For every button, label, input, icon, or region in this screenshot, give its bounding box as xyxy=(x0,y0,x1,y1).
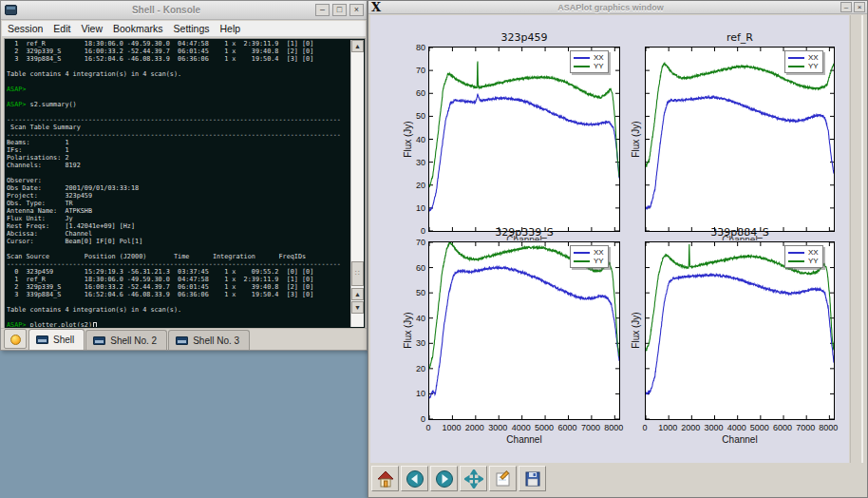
plot-canvas xyxy=(429,48,619,231)
konsole-menubar: SessionEditViewBookmarksSettingsHelp xyxy=(2,21,366,37)
forward-icon xyxy=(435,469,454,488)
close-button[interactable]: × xyxy=(854,2,865,12)
terminal-line: Observer: xyxy=(7,177,349,184)
yaxis-label: Flux (Jy) xyxy=(403,121,413,157)
konsole-app-icon xyxy=(5,5,17,15)
terminal-output[interactable]: 1 ref_R 18:30:06.0 -49.59.30.0 04:47:58 … xyxy=(7,40,349,327)
series-xx xyxy=(429,94,619,211)
legend-entry: YY xyxy=(574,62,604,70)
terminal-line: 3 339p884_S 16:52:04.6 -46.08.33.9 06:36… xyxy=(7,55,349,63)
legend-label: YY xyxy=(808,257,819,265)
legend-line-swatch xyxy=(788,57,804,59)
new-session-button[interactable] xyxy=(4,329,27,349)
series-yy xyxy=(646,64,834,166)
ytick-label: 70 xyxy=(405,238,425,247)
menu-item-bookmarks[interactable]: Bookmarks xyxy=(113,23,163,34)
ytick-label: 30 xyxy=(405,158,425,167)
series-xx xyxy=(646,97,834,209)
ytick-label: 10 xyxy=(405,389,425,398)
menu-item-edit[interactable]: Edit xyxy=(53,23,70,34)
tab-label: Shell xyxy=(53,335,74,345)
new-session-icon xyxy=(10,335,21,345)
terminal-line: Flux Unit: Jy xyxy=(7,215,349,222)
legend-entry: YY xyxy=(574,257,604,265)
legend-entry: XX xyxy=(788,53,819,62)
home-button[interactable] xyxy=(371,466,399,491)
legend-label: XX xyxy=(594,53,604,62)
terminal-line: Beams: 1 xyxy=(7,139,349,146)
save-button[interactable] xyxy=(519,466,546,491)
back-button[interactable] xyxy=(401,466,428,491)
yaxis-label: Flux (Jy) xyxy=(631,121,641,157)
tab-shell-no-2[interactable]: Shell No. 2 xyxy=(85,330,167,350)
scroll-up2-icon[interactable]: ▲ xyxy=(351,288,364,300)
terminal-line: 1 ref_R 18:30:06.0 -49.59.30.0 04:47:58 … xyxy=(7,276,349,283)
xtick-label: 8000 xyxy=(812,423,844,432)
asaplot-window: X ASAPlot graphics window – × 323p459010… xyxy=(368,0,868,498)
scrollbar-thumb[interactable] xyxy=(351,261,364,286)
yaxis-label: Flux (Jy) xyxy=(403,312,413,348)
tab-shell[interactable]: Shell xyxy=(28,329,85,350)
forward-button[interactable] xyxy=(430,466,458,491)
terminal-line xyxy=(7,314,349,321)
terminal-line: Table contains 4 integration(s) in 4 sca… xyxy=(7,70,349,78)
legend: XXYY xyxy=(784,50,823,73)
series-xx xyxy=(429,267,619,399)
menu-item-view[interactable]: View xyxy=(81,23,103,34)
ytick-label: 20 xyxy=(405,364,425,374)
konsole-titlebar[interactable]: Shell - Konsole – □ × xyxy=(1,1,367,20)
scroll-down-icon[interactable]: ▼ xyxy=(351,301,364,314)
menu-item-session[interactable]: Session xyxy=(8,23,43,34)
close-button[interactable]: × xyxy=(349,4,364,16)
terminal-line: Obs Date: 2001/09/01/03:33:18 xyxy=(7,184,349,192)
konsole-window-title: Shell - Konsole xyxy=(17,5,315,15)
terminal-line: Channels: 8192 xyxy=(7,162,349,169)
ytick-label: 70 xyxy=(405,66,425,75)
plot-canvas xyxy=(646,48,834,231)
plot-title: ref_R xyxy=(645,31,835,45)
terminal-line xyxy=(7,245,349,253)
subplots-icon xyxy=(494,469,513,488)
plot-title: 323p459 xyxy=(428,31,620,45)
asaplot-window-title: ASAPlot graphics window xyxy=(381,3,840,12)
x11-app-icon: X xyxy=(371,1,381,13)
terminal-line xyxy=(7,63,349,70)
asaplot-titlebar[interactable]: X ASAPlot graphics window – × xyxy=(368,1,867,14)
legend-line-swatch xyxy=(574,57,590,59)
konsole-tabbar: ShellShell No. 2Shell No. 3 xyxy=(1,328,367,350)
subplots-button[interactable] xyxy=(489,466,517,491)
pan-button[interactable] xyxy=(460,466,487,491)
terminal-tab-icon xyxy=(176,336,188,345)
plot-canvas xyxy=(646,242,834,419)
minimize-button[interactable]: – xyxy=(315,4,330,16)
plot-title: 329p339_S xyxy=(428,226,620,239)
plot-axes-329p339-s xyxy=(428,241,620,420)
minimize-button[interactable]: – xyxy=(840,2,852,12)
scroll-up-icon[interactable]: ▲ xyxy=(351,40,364,52)
terminal-line: 2 329p339_S 16:00:33.2 -52.44.39.7 06:01… xyxy=(7,283,349,291)
terminal-line: Polarisations: 2 xyxy=(7,154,349,162)
terminal-line: 2 329p339_S 16:00:33.2 -52.44.39.7 06:01… xyxy=(7,48,349,55)
terminal-cursor xyxy=(93,322,97,327)
ytick-label: 60 xyxy=(405,263,425,273)
terminal-line: Table contains 4 integration(s) in 4 sca… xyxy=(7,306,349,314)
maximize-button[interactable]: □ xyxy=(332,4,347,16)
xaxis-label: Channel xyxy=(645,434,835,447)
terminal-scrollbar[interactable]: ▲ ▲ ▼ xyxy=(350,40,364,327)
tab-label: Shell No. 2 xyxy=(110,335,157,346)
terminal-line: ASAP> plotter.plot(s2) xyxy=(7,321,349,327)
terminal-line: Scan Source Position (J2000) Time Integr… xyxy=(7,253,349,260)
plot-title: 339p884_S xyxy=(645,226,835,239)
plot-axes-339p884-s xyxy=(645,241,835,420)
terminal-line: ASAP> s2.summary() xyxy=(7,101,349,108)
legend-entry: YY xyxy=(788,62,819,70)
terminal-line xyxy=(7,93,349,101)
menu-item-settings[interactable]: Settings xyxy=(174,23,210,34)
terminal-line: 1 ref_R 18:30:06.0 -49.59.30.0 04:47:58 … xyxy=(7,40,349,48)
legend-label: YY xyxy=(594,257,604,265)
figure-canvas[interactable]: 323p45901020304050607080Flux (Jy)XXYYref… xyxy=(370,15,849,463)
menu-item-help[interactable]: Help xyxy=(220,23,241,34)
tab-shell-no-3[interactable]: Shell No. 3 xyxy=(168,330,250,350)
yaxis-label: Flux (Jy) xyxy=(631,312,641,348)
terminal-line: Rest Freqs: [1.42041e+09] [Hz] xyxy=(7,222,349,230)
